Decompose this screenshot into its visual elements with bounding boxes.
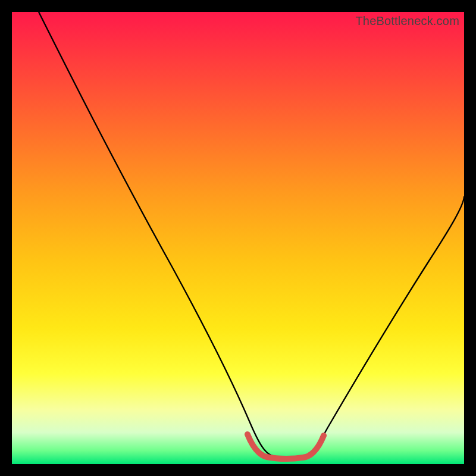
bottleneck-curve-path [39, 12, 464, 457]
plot-area: TheBottleneck.com [12, 12, 464, 464]
optimal-band-path [248, 434, 324, 459]
curve-layer [12, 12, 464, 464]
chart-frame: TheBottleneck.com [0, 0, 476, 476]
